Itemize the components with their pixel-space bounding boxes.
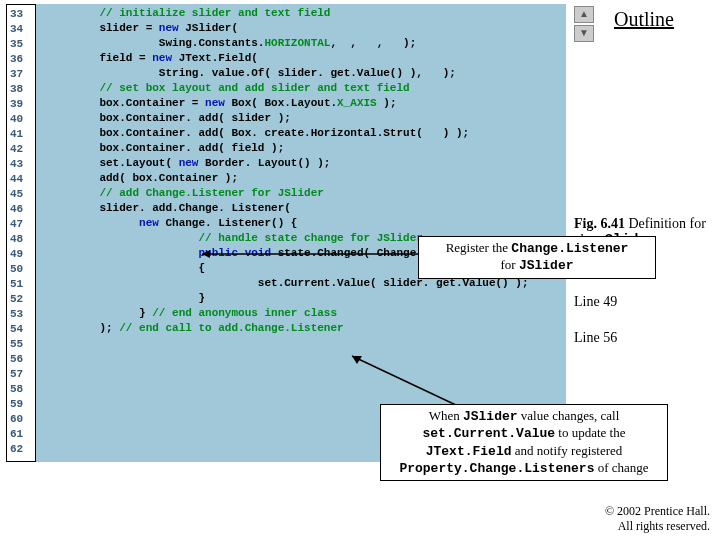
line-number: 45 bbox=[7, 187, 35, 202]
line-number: 40 bbox=[7, 112, 35, 127]
code-line: box.Container. add( slider ); bbox=[40, 111, 562, 126]
slide: 3334353637383940414243444546474849505152… bbox=[0, 0, 720, 540]
code-line: box.Container. add( field ); bbox=[40, 141, 562, 156]
code-line: } // end anonymous inner class bbox=[40, 306, 562, 321]
code-panel: 3334353637383940414243444546474849505152… bbox=[6, 4, 566, 462]
line-number: 58 bbox=[7, 382, 35, 397]
line-number: 55 bbox=[7, 337, 35, 352]
code-line: ); // end call to add.Change.Listener bbox=[40, 321, 562, 336]
code-line: // initialize slider and text field bbox=[40, 6, 562, 21]
nav-arrows: ▲ ▼ bbox=[574, 6, 594, 44]
callout-arrow-1 bbox=[200, 248, 420, 268]
svg-line-2 bbox=[352, 356, 458, 406]
outline-heading: Outline bbox=[574, 8, 714, 31]
code-line: add( box.Container ); bbox=[40, 171, 562, 186]
line-number: 36 bbox=[7, 52, 35, 67]
line-number: 33 bbox=[7, 7, 35, 22]
line-number: 50 bbox=[7, 262, 35, 277]
line-number: 54 bbox=[7, 322, 35, 337]
outline-panel: ▲ ▼ Outline Fig. 6.41 Definition for cla… bbox=[574, 4, 714, 31]
line-number: 56 bbox=[7, 352, 35, 367]
line-number: 59 bbox=[7, 397, 35, 412]
code-line: box.Container. add( Box. create.Horizont… bbox=[40, 126, 562, 141]
line-number: 39 bbox=[7, 97, 35, 112]
code-line: field = new JText.Field( bbox=[40, 51, 562, 66]
line-number: 53 bbox=[7, 307, 35, 322]
figure-number: Fig. 6.41 bbox=[574, 216, 625, 231]
line-number: 60 bbox=[7, 412, 35, 427]
line-number: 62 bbox=[7, 442, 35, 457]
svg-marker-1 bbox=[202, 250, 210, 258]
copyright-footer: © 2002 Prentice Hall. All rights reserve… bbox=[605, 504, 710, 534]
code-line: slider. add.Change. Listener( bbox=[40, 201, 562, 216]
callout-value-change: When JSlider value changes, call set.Cur… bbox=[380, 404, 668, 481]
code-line: set.Layout( new Border. Layout() ); bbox=[40, 156, 562, 171]
code-line: new Change. Listener() { bbox=[40, 216, 562, 231]
callout-arrow-2 bbox=[348, 352, 478, 412]
code-line: // add Change.Listener for JSlider bbox=[40, 186, 562, 201]
line-number-gutter: 3334353637383940414243444546474849505152… bbox=[6, 4, 36, 462]
line-number: 41 bbox=[7, 127, 35, 142]
line-ref-49: Line 49 bbox=[574, 294, 617, 310]
code-line: slider = new JSlider( bbox=[40, 21, 562, 36]
line-number: 61 bbox=[7, 427, 35, 442]
line-number: 49 bbox=[7, 247, 35, 262]
line-number: 34 bbox=[7, 22, 35, 37]
line-number: 38 bbox=[7, 82, 35, 97]
line-number: 51 bbox=[7, 277, 35, 292]
line-number: 47 bbox=[7, 217, 35, 232]
line-number: 57 bbox=[7, 367, 35, 382]
code-line: box.Container = new Box( Box.Layout.X_AX… bbox=[40, 96, 562, 111]
code-line: // set box layout and add slider and tex… bbox=[40, 81, 562, 96]
line-number: 44 bbox=[7, 172, 35, 187]
nav-down-button[interactable]: ▼ bbox=[574, 25, 594, 42]
callout-register-listener: Register the Change.Listener for JSlider bbox=[418, 236, 656, 279]
line-number: 35 bbox=[7, 37, 35, 52]
line-number: 52 bbox=[7, 292, 35, 307]
code-line: String. value.Of( slider. get.Value() ),… bbox=[40, 66, 562, 81]
copyright-line2: All rights reserved. bbox=[618, 519, 710, 533]
code-line: Swing.Constants.HORIZONTAL, , , ); bbox=[40, 36, 562, 51]
line-number: 46 bbox=[7, 202, 35, 217]
line-number: 43 bbox=[7, 157, 35, 172]
line-number: 48 bbox=[7, 232, 35, 247]
line-ref-56: Line 56 bbox=[574, 330, 617, 346]
line-number: 37 bbox=[7, 67, 35, 82]
code-line: } bbox=[40, 291, 562, 306]
line-number: 42 bbox=[7, 142, 35, 157]
code-listing: // initialize slider and text field slid… bbox=[40, 6, 562, 336]
nav-up-button[interactable]: ▲ bbox=[574, 6, 594, 23]
copyright-line1: © 2002 Prentice Hall. bbox=[605, 504, 710, 518]
